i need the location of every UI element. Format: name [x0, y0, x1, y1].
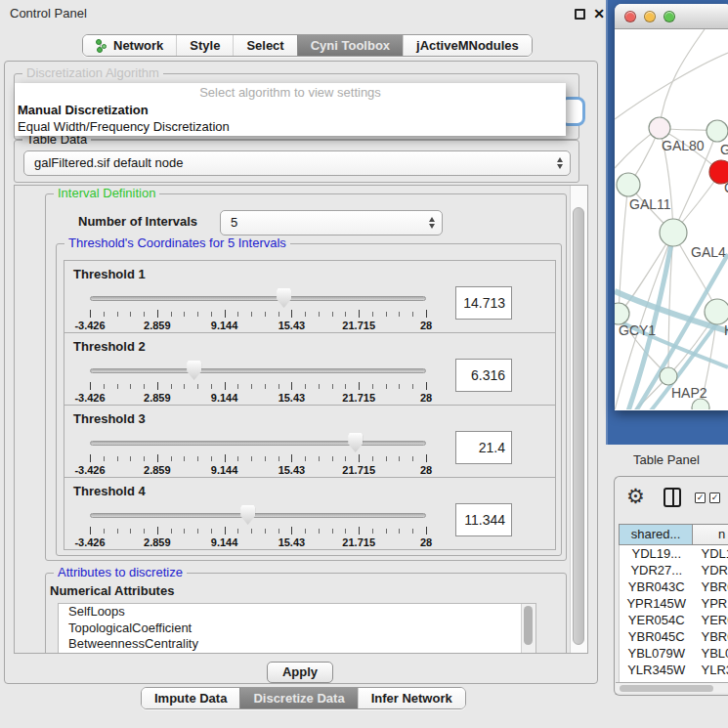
slider-handle[interactable]: [277, 288, 291, 308]
slider-tick: [386, 529, 387, 534]
checkbox-icon[interactable]: ✓: [695, 492, 706, 503]
slider-tick: [305, 384, 306, 389]
attribute-list-item[interactable]: SelfLoops: [59, 604, 535, 621]
network-node-hap2[interactable]: [660, 367, 677, 385]
list-scrollbar-thumb[interactable]: [524, 606, 533, 645]
checkbox-icon[interactable]: ✓: [709, 492, 720, 503]
network-node-label: GAL4: [691, 244, 726, 260]
slider-tick: [237, 384, 238, 389]
cell-shared-name: YBL079W: [620, 645, 694, 662]
slider-handle[interactable]: [240, 505, 255, 525]
slider-tick-label: -3.426: [74, 536, 105, 548]
network-node-gal80[interactable]: [649, 117, 670, 139]
network-node-gal11[interactable]: [617, 173, 640, 196]
threshold-value-field[interactable]: 21.4: [455, 431, 512, 464]
slider-track[interactable]: [90, 368, 426, 373]
close-icon[interactable]: ✕: [591, 0, 607, 27]
table-data-combobox[interactable]: galFiltered.sif default node: [23, 150, 571, 176]
slider-tick: [211, 529, 212, 534]
tab-select[interactable]: Select: [233, 35, 296, 56]
horizontal-scrollbar-thumb[interactable]: [620, 685, 713, 692]
numerical-attributes-list[interactable]: SelfLoopsTopologicalCoefficientBetweenne…: [58, 603, 536, 654]
table-row[interactable]: YLR345WYLR3: [620, 662, 728, 678]
slider-tick: [319, 312, 320, 317]
vertical-scrollbar-thumb[interactable]: [573, 207, 584, 645]
slider-tick: [225, 382, 226, 390]
column-header-name[interactable]: n: [693, 524, 728, 545]
slider-tick: [345, 384, 346, 389]
slider-tick: [278, 529, 279, 534]
tab-impute-data[interactable]: Impute Data: [142, 688, 239, 708]
slider-tick: [399, 384, 400, 389]
zoom-traffic-light-icon[interactable]: [664, 11, 675, 22]
table-row[interactable]: YER054CYER0: [620, 612, 728, 628]
slider-tick: [251, 384, 252, 389]
horizontal-scrollbar[interactable]: [616, 682, 728, 693]
network-desktop: GAL80GCGAL11GAL4GCY1HHAP2: [606, 0, 728, 445]
cell-name: YBR0: [694, 578, 728, 595]
slider-handle[interactable]: [187, 361, 201, 380]
slider-tick: [359, 382, 360, 390]
slider-tick-label: 2.859: [144, 392, 171, 404]
slider-tick: [104, 456, 105, 461]
table-row[interactable]: YBR043CYBR0: [620, 578, 728, 595]
network-canvas[interactable]: GAL80GCGAL11GAL4GCY1HHAP2: [615, 29, 728, 409]
tab-infer-network[interactable]: Infer Network: [358, 688, 465, 708]
threshold-slider[interactable]: -3.4262.8599.14415.4321.71528: [90, 431, 426, 476]
slider-track[interactable]: [90, 513, 426, 518]
network-node-label: C: [724, 180, 728, 195]
attribute-list-item[interactable]: TopologicalCoefficient: [59, 621, 535, 637]
apply-button[interactable]: Apply: [267, 662, 333, 683]
threshold-value-field[interactable]: 11.344: [455, 503, 512, 536]
table-row[interactable]: YPR145WYPR1: [620, 595, 728, 612]
network-view-window[interactable]: GAL80GCGAL11GAL4GCY1HHAP2: [615, 4, 728, 410]
slider-handle[interactable]: [348, 433, 363, 452]
column-header-shared-name[interactable]: shared...: [619, 524, 693, 545]
tab-label: jActiveMNodules: [416, 38, 519, 53]
list-scrollbar[interactable]: [521, 604, 535, 654]
threshold-slider[interactable]: -3.4262.8599.14415.4321.71528: [90, 286, 426, 331]
slider-tick: [117, 529, 118, 534]
close-traffic-light-icon[interactable]: [624, 11, 636, 22]
network-node-gal4[interactable]: [660, 219, 687, 246]
slider-tick-label: 21.715: [342, 464, 375, 476]
threshold-value-field[interactable]: 6.316: [455, 359, 512, 392]
threshold-value-field[interactable]: 14.713: [455, 286, 512, 320]
threshold-slider[interactable]: -3.4262.8599.14415.4321.71528: [90, 359, 426, 404]
slider-tick-label: 21.715: [342, 392, 375, 404]
slider-tick: [117, 312, 118, 317]
dropdown-option-equal-width[interactable]: Equal Width/Frequency Discretization: [15, 118, 566, 135]
table-data-value: galFiltered.sif default node: [34, 155, 183, 170]
dropdown-option-manual[interactable]: Manual Discretization: [15, 102, 566, 118]
slider-track[interactable]: [90, 296, 426, 301]
table-row[interactable]: YDR27...YDR2: [620, 562, 728, 578]
gear-icon[interactable]: ⚙: [626, 485, 645, 508]
table-row[interactable]: YDL19...YDL1: [620, 545, 728, 562]
attributes-group: Attributes to discretize Numerical Attri…: [45, 573, 567, 654]
attribute-list-item[interactable]: BetweennessCentrality: [59, 636, 535, 653]
table-row[interactable]: YBL079WYBL0: [620, 645, 728, 662]
network-edge[interactable]: [660, 29, 705, 128]
vertical-scrollbar[interactable]: [570, 186, 587, 653]
slider-tick: [412, 312, 413, 317]
network-node-g[interactable]: [707, 120, 728, 142]
network-node-h[interactable]: [705, 299, 728, 324]
minimize-traffic-light-icon[interactable]: [644, 11, 656, 22]
slider-track[interactable]: [90, 441, 426, 446]
network-node-gcy1[interactable]: [615, 303, 629, 324]
column-view-icon[interactable]: [664, 488, 681, 507]
tab-jactivemnodules[interactable]: jActiveMNodules: [403, 35, 532, 56]
tab-cyni-toolbox[interactable]: Cyni Toolbox: [297, 35, 403, 56]
tab-style[interactable]: Style: [176, 35, 233, 56]
number-of-intervals-combobox[interactable]: 5: [220, 210, 443, 236]
network-edge[interactable]: [615, 53, 728, 119]
threshold-slider[interactable]: -3.4262.8599.14415.4321.71528: [90, 503, 426, 548]
float-window-icon[interactable]: [575, 9, 585, 20]
screen: Control Panel ✕ NetworkStyleSelectCyni T…: [0, 0, 728, 728]
tab-discretize-data[interactable]: Discretize Data: [239, 688, 357, 708]
slider-tick: [386, 312, 387, 317]
table-row[interactable]: YBR045CYBR0: [620, 628, 728, 645]
tab-network[interactable]: Network: [83, 35, 176, 56]
slider-tick: [157, 382, 158, 390]
network-window-titlebar[interactable]: [615, 4, 728, 29]
